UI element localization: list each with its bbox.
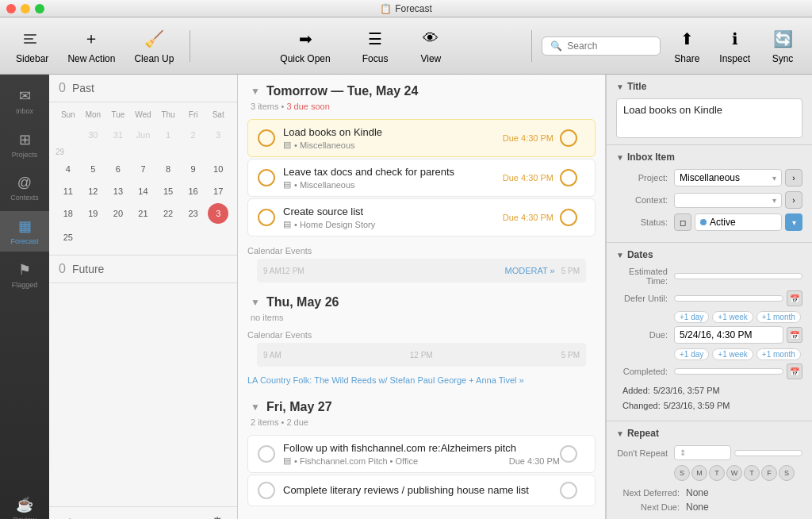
task-check-button[interactable] [258,169,275,186]
estimated-input[interactable] [674,273,802,279]
cal-cell[interactable]: 22 [158,203,178,224]
inspect-button[interactable]: ℹ Inspect [713,25,756,67]
close-button[interactable] [6,4,16,13]
sidebar-item-forecast[interactable]: ▦ Forecast [0,211,49,252]
defer-cal-button[interactable]: 📅 [787,290,802,306]
task-circle[interactable] [560,445,577,463]
dates-section-arrow[interactable]: ▼ [616,251,624,260]
context-select[interactable]: ▾ [674,193,782,208]
cal-cell[interactable]: 30 [82,125,103,145]
clean-up-button[interactable]: 🧹 Clean Up [128,25,180,67]
cal-cell[interactable]: 15 [158,181,178,202]
status-arrow-button[interactable]: ▾ [785,213,802,231]
cal-cell[interactable]: 18 [58,203,79,224]
quick-open-button[interactable]: ➡ Quick Open [270,25,339,67]
task-item[interactable]: Load books on Kindle ▤ • Miscellaneous D… [247,119,596,157]
new-action-button[interactable]: ＋ New Action [61,25,121,67]
task-item[interactable]: Complete literary reviews / publishing h… [247,475,596,506]
due-input[interactable]: 5/24/16, 4:30 PM [674,326,783,344]
fri-chevron[interactable]: ▼ [251,402,260,413]
cal-cell[interactable]: 3 [208,125,228,145]
defer-plus-month[interactable]: +1 month [756,311,801,323]
due-cal-button[interactable]: 📅 [787,327,802,343]
cal-cell[interactable]: 21 [132,203,153,224]
due-plus-day[interactable]: +1 day [674,348,709,360]
sidebar-item-review[interactable]: ☕ Review [0,490,49,519]
focus-button[interactable]: ☰ Focus [353,25,398,67]
cal-cell[interactable]: 31 [108,125,128,145]
tomorrow-chevron[interactable]: ▼ [251,86,260,97]
completed-input[interactable] [674,368,783,375]
traffic-lights[interactable] [6,4,44,13]
project-select[interactable]: Miscellaneous ▾ [674,169,782,186]
task-check-button[interactable] [258,209,275,226]
cal-cell[interactable]: 1 [158,125,178,145]
task-item[interactable]: Create source list ▤ • Home Design Story… [247,198,596,236]
event-link[interactable]: LA Country Folk: The Wild Reeds w/ Stefa… [247,375,524,385]
dow-thu[interactable]: T [744,465,760,481]
task-circle[interactable] [560,129,577,147]
dont-repeat-select[interactable]: ⇕ [674,445,731,460]
due-plus-week[interactable]: +1 week [712,348,753,360]
sidebar-item-flagged[interactable]: ⚑ Flagged [0,255,49,295]
cal-cell[interactable]: 6 [108,159,128,179]
defer-plus-week[interactable]: +1 week [712,311,753,323]
cal-cell[interactable]: 2 [183,125,204,145]
cal-cell[interactable]: 7 [132,159,153,179]
repeat-section-arrow[interactable]: ▼ [616,429,624,438]
status-select[interactable]: Active [695,213,782,231]
sidebar-item-projects[interactable]: ⊞ Projects [0,125,49,165]
cal-cell[interactable]: 16 [183,181,204,202]
cal-cell[interactable]: 10 [208,159,228,179]
cal-cell[interactable]: 12 [82,181,103,202]
inbox-section-arrow[interactable]: ▼ [616,153,624,162]
cal-cell[interactable]: 20 [108,203,128,224]
cal-cell[interactable]: Jun [132,125,153,145]
view-button[interactable]: 👁 View [410,25,451,67]
cal-cell[interactable]: 4 [58,159,79,179]
share-button[interactable]: ⬆ Share [667,25,707,67]
dow-sat[interactable]: S [779,465,795,481]
sidebar-toggle-button[interactable]: Sidebar [10,25,55,67]
cal-cell[interactable]: 14 [132,181,153,202]
sidebar-item-contexts[interactable]: @ Contexts [0,168,49,208]
cal-cell[interactable]: 5 [82,159,103,179]
title-value[interactable]: Load books on Kindle [616,98,802,138]
dow-sun[interactable]: S [674,465,690,481]
moderat-event[interactable]: MODERAT » [504,266,554,275]
title-section-arrow[interactable]: ▼ [616,83,624,91]
task-circle[interactable] [560,482,577,499]
task-check-button[interactable] [258,129,275,147]
task-check-button[interactable] [258,445,275,463]
cal-today[interactable]: 3 [208,203,228,224]
add-item-button[interactable]: ＋ [59,512,81,519]
cal-cell[interactable]: 9 [183,159,204,179]
context-nav-button[interactable]: › [785,191,802,209]
cal-cell[interactable]: 8 [158,159,178,179]
sync-button[interactable]: 🔄 Sync [763,25,802,67]
task-item[interactable]: Follow up with fishchannel.com re:Alzhei… [247,435,596,473]
thu-chevron[interactable]: ▼ [251,297,260,308]
settings-button[interactable]: ⚙ [207,513,228,519]
due-plus-month[interactable]: +1 month [756,348,801,360]
task-check-button[interactable] [258,482,275,499]
completed-cal-button[interactable]: 📅 [787,363,802,379]
task-item[interactable]: Leave tax docs and check for parents ▤ •… [247,159,596,197]
dow-wed[interactable]: W [726,465,742,481]
search-box[interactable]: 🔍 [542,37,661,56]
cal-cell[interactable] [58,125,79,145]
dow-mon[interactable]: M [691,465,707,481]
maximize-button[interactable] [35,4,44,13]
status-icon-button[interactable]: ◻ [674,213,691,231]
cal-cell[interactable]: 19 [82,203,103,224]
repeat-input[interactable] [734,450,802,456]
cal-cell[interactable]: 23 [183,203,204,224]
minimize-button[interactable] [21,4,30,13]
task-circle[interactable] [560,209,577,226]
defer-input[interactable] [674,295,783,302]
cal-cell[interactable]: 17 [208,181,228,202]
project-nav-button[interactable]: › [785,169,802,186]
sidebar-item-inbox[interactable]: ✉ Inbox [0,81,49,121]
defer-plus-day[interactable]: +1 day [674,311,709,323]
cal-cell[interactable]: 25 [58,227,79,248]
